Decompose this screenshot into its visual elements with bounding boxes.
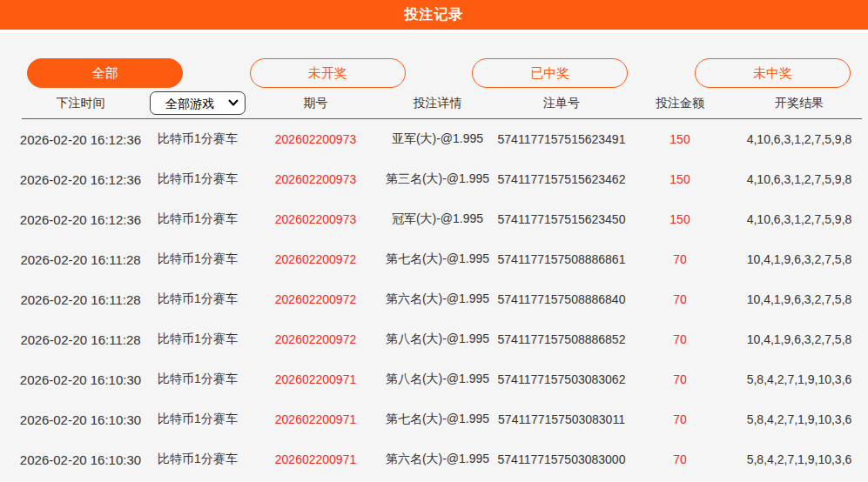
cell-draw-result: 5,8,4,2,7,1,9,10,3,6	[737, 372, 862, 386]
cell-draw-result: 4,10,6,3,1,2,7,5,9,8	[737, 132, 862, 146]
cell-order-number: 5741177157508886840	[500, 292, 623, 306]
table-row: 2026-02-20 16:12:36 比特币1分赛车 202602200973…	[22, 159, 862, 199]
table-row: 2026-02-20 16:10:30 比特币1分赛车 202602200971…	[22, 399, 862, 439]
column-header-bet-amount: 投注金额	[623, 96, 737, 111]
cell-game-name: 比特币1分赛车	[139, 171, 256, 187]
cell-period-number: 202602200971	[256, 372, 375, 386]
cell-bet-amount: 70	[623, 292, 737, 306]
column-header-period: 期号	[256, 96, 375, 111]
cell-bet-time: 2026-02-20 16:10:30	[22, 372, 139, 387]
cell-order-number: 5741177157515623462	[500, 172, 623, 186]
cell-period-number: 202602200971	[256, 452, 375, 466]
table-body: 2026-02-20 16:12:36 比特币1分赛车 202602200973…	[22, 119, 862, 479]
cell-bet-amount: 70	[623, 452, 737, 466]
table-row: 2026-02-20 16:10:30 比特币1分赛车 202602200971…	[22, 439, 862, 479]
game-filter-dropdown[interactable]: 全部游戏	[150, 91, 246, 115]
cell-bet-time: 2026-02-20 16:11:28	[22, 292, 139, 307]
cell-game-name: 比特币1分赛车	[139, 372, 256, 387]
cell-draw-result: 4,10,6,3,1,2,7,5,9,8	[737, 212, 862, 226]
cell-draw-result: 5,8,4,2,7,1,9,10,3,6	[737, 412, 862, 426]
filter-all-button[interactable]: 全部	[27, 58, 183, 88]
cell-period-number: 202602200972	[256, 252, 375, 266]
cell-bet-time: 2026-02-20 16:12:36	[22, 212, 139, 227]
cell-game-name: 比特币1分赛车	[139, 291, 256, 307]
cell-period-number: 202602200973	[256, 212, 375, 226]
table-row: 2026-02-20 16:10:30 比特币1分赛车 202602200971…	[22, 359, 862, 399]
cell-order-number: 5741177157503083062	[500, 372, 623, 386]
table-row: 2026-02-20 16:12:36 比特币1分赛车 202602200973…	[22, 199, 862, 239]
cell-bet-detail: 亚军(大)-@1.995	[375, 131, 500, 147]
cell-bet-detail: 第七名(大)-@1.995	[375, 412, 500, 427]
cell-period-number: 202602200971	[256, 412, 375, 426]
cell-period-number: 202602200973	[256, 132, 375, 146]
cell-bet-time: 2026-02-20 16:11:28	[22, 252, 139, 267]
cell-game-name: 比特币1分赛车	[139, 452, 256, 467]
cell-draw-result: 5,8,4,2,7,1,9,10,3,6	[737, 452, 862, 466]
cell-bet-detail: 第七名(大)-@1.995	[375, 251, 500, 267]
table-row: 2026-02-20 16:11:28 比特币1分赛车 202602200972…	[22, 279, 862, 319]
cell-bet-amount: 70	[623, 412, 737, 426]
cell-bet-time: 2026-02-20 16:11:28	[22, 332, 139, 347]
table-row: 2026-02-20 16:11:28 比特币1分赛车 202602200972…	[22, 239, 862, 279]
cell-bet-time: 2026-02-20 16:10:30	[22, 452, 139, 467]
filter-bar: 全部 未开奖 已中奖 未中奖	[0, 33, 868, 88]
column-header-bet-time: 下注时间	[22, 96, 139, 111]
column-header-order-no: 注单号	[500, 96, 623, 111]
bet-records-table: 下注时间 全部游戏 期号 投注详情 注单号 投注金额 开奖结果 2026-02-…	[22, 88, 862, 479]
cell-bet-detail: 第六名(大)-@1.995	[375, 291, 500, 307]
cell-order-number: 5741177157515623450	[500, 212, 623, 226]
column-header-game: 全部游戏	[139, 91, 256, 115]
cell-bet-time: 2026-02-20 16:10:30	[22, 412, 139, 427]
cell-game-name: 比特币1分赛车	[139, 211, 256, 227]
table-row: 2026-02-20 16:12:36 比特币1分赛车 202602200973…	[22, 119, 862, 159]
cell-order-number: 5741177157508886852	[500, 332, 623, 346]
filter-undrawn-button[interactable]: 未开奖	[250, 58, 406, 88]
cell-order-number: 5741177157503083011	[500, 412, 623, 426]
cell-bet-amount: 150	[623, 132, 737, 146]
column-header-bet-detail: 投注详情	[375, 96, 500, 111]
table-row: 2026-02-20 16:11:28 比特币1分赛车 202602200972…	[22, 319, 862, 359]
cell-bet-amount: 150	[623, 172, 737, 186]
cell-order-number: 5741177157508886861	[500, 252, 623, 266]
cell-bet-amount: 70	[623, 252, 737, 266]
cell-bet-detail: 第八名(大)-@1.995	[375, 372, 500, 387]
cell-order-number: 5741177157515623491	[500, 132, 623, 146]
cell-game-name: 比特币1分赛车	[139, 412, 256, 427]
cell-draw-result: 10,4,1,9,6,3,2,7,5,8	[737, 252, 862, 266]
table-header-row: 下注时间 全部游戏 期号 投注详情 注单号 投注金额 开奖结果	[22, 88, 862, 119]
cell-draw-result: 10,4,1,9,6,3,2,7,5,8	[737, 292, 862, 306]
cell-game-name: 比特币1分赛车	[139, 251, 256, 267]
cell-bet-amount: 150	[623, 212, 737, 226]
cell-draw-result: 4,10,6,3,1,2,7,5,9,8	[737, 172, 862, 186]
cell-bet-time: 2026-02-20 16:12:36	[22, 172, 139, 187]
top-bar: 投注记录	[0, 0, 868, 30]
cell-bet-detail: 第六名(大)-@1.995	[375, 452, 500, 467]
page-title: 投注记录	[405, 6, 464, 24]
cell-bet-detail: 第八名(大)-@1.995	[375, 331, 500, 347]
filter-lost-button[interactable]: 未中奖	[695, 58, 851, 88]
cell-bet-time: 2026-02-20 16:12:36	[22, 132, 139, 147]
game-filter-select[interactable]: 全部游戏	[150, 91, 246, 115]
filter-won-button[interactable]: 已中奖	[472, 58, 628, 88]
cell-order-number: 5741177157503083000	[500, 452, 623, 466]
cell-period-number: 202602200973	[256, 172, 375, 186]
cell-bet-amount: 70	[623, 332, 737, 346]
column-header-draw-result: 开奖结果	[737, 96, 862, 111]
cell-bet-detail: 冠军(大)-@1.995	[375, 211, 500, 227]
cell-period-number: 202602200972	[256, 292, 375, 306]
cell-game-name: 比特币1分赛车	[139, 331, 256, 347]
cell-bet-detail: 第三名(大)-@1.995	[375, 171, 500, 187]
cell-bet-amount: 70	[623, 372, 737, 386]
betting-records-page: 投注记录 全部 未开奖 已中奖 未中奖 下注时间 全部游戏 期号 投注详情	[0, 0, 868, 482]
cell-game-name: 比特币1分赛车	[139, 131, 256, 147]
cell-draw-result: 10,4,1,9,6,3,2,7,5,8	[737, 332, 862, 346]
cell-period-number: 202602200972	[256, 332, 375, 346]
